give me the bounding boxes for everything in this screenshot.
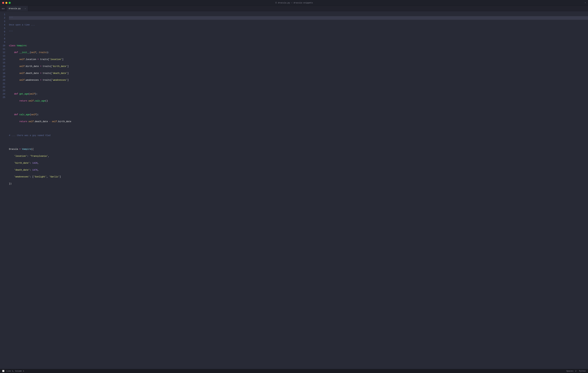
tab-label: dracula.py <box>9 7 21 10</box>
code-line-23: 'death_date': 1476, <box>9 168 588 172</box>
line-number-17: 17 <box>1 68 5 71</box>
tab-bar: ◀ ▶ dracula.py ✕ <box>0 6 588 11</box>
code-line-6: def __init__(self, traits): <box>9 51 588 54</box>
editor-area: 1 2 3 4 5 6 7 8 9 10 11 12 13 14 15 16 1… <box>0 11 588 369</box>
back-arrow-icon[interactable]: ◀ <box>1 7 3 10</box>
line-number-14: 14 <box>1 58 5 61</box>
line-number-16: 16 <box>1 65 5 68</box>
line-number-18: 18 <box>1 71 5 75</box>
code-line-21: 'location': 'Transylvania', <box>9 154 588 158</box>
code-line-25: }) <box>9 182 588 185</box>
line-number-13: 13 <box>1 54 5 58</box>
line-number-19: 19 <box>1 75 5 78</box>
traffic-lights <box>2 2 11 4</box>
title-text: dracula.py — dracula-snippets <box>278 2 313 4</box>
code-line-18: # ... there was a guy named Vlad <box>9 134 588 137</box>
forward-arrow-icon[interactable]: ▶ <box>3 7 5 10</box>
line-number-4: 4 <box>1 23 5 27</box>
nav-arrows: ◀ ▶ <box>0 6 7 11</box>
window-title: 🗒 dracula.py — dracula-snippets <box>275 2 313 4</box>
close-button[interactable] <box>2 2 4 4</box>
status-left: ⬜ Line 1, Column 1 <box>2 370 24 372</box>
code-line-22: 'birth_date': 1428, <box>9 161 588 165</box>
line-numbers: 1 2 3 4 5 6 7 8 9 10 11 12 13 14 15 16 1… <box>0 11 8 369</box>
line-number-23: 23 <box>1 89 5 92</box>
code-line-15: def calc_age(self): <box>9 113 588 116</box>
code-line-9: self.death_date = traits['death_date'] <box>9 71 588 75</box>
code-line-13: return self.calc_age() <box>9 99 588 103</box>
spaces-indicator: Spaces: 2 <box>566 370 577 372</box>
line-number-2: 2 <box>1 16 5 20</box>
line-number-25: 25 <box>1 96 5 99</box>
line-number-11: 11 <box>1 47 5 51</box>
chevron-down-icon[interactable]: ▾ <box>585 2 586 4</box>
title-bar: 🗒 dracula.py — dracula-snippets ▾ <box>0 0 588 6</box>
code-line-20: Dracula = Vampire({ <box>9 148 588 151</box>
status-right: Spaces: 2 Python <box>566 370 586 372</box>
code-line-5: class Vampire: <box>9 44 588 47</box>
line-number-12: 12 <box>1 51 5 54</box>
code-line-16: return self.death_date - self.birth_date <box>9 120 588 123</box>
file-icon: 🗒 <box>275 2 277 4</box>
line-number-8: 8 <box>1 37 5 40</box>
code-line-4 <box>9 37 588 40</box>
line-number-10: 10 <box>1 44 5 47</box>
minimize-button[interactable] <box>5 2 7 4</box>
code-line-12: def get_age(self): <box>9 92 588 96</box>
status-bar: ⬜ Line 1, Column 1 Spaces: 2 Python <box>0 369 588 373</box>
code-line-3: ''' <box>9 30 588 33</box>
line-number-24: 24 <box>1 92 5 96</box>
code-line-24: 'weaknesses': ['Sunlight', 'Garlic'] <box>9 175 588 179</box>
line-number-15: 15 <box>1 61 5 64</box>
code-line-2: Once upon a time ... <box>9 23 588 27</box>
language-indicator: Python <box>579 370 586 372</box>
line-number-1: 1 <box>1 13 5 16</box>
line-number-3: 3 <box>1 20 5 23</box>
cursor-position: Line 1, Column 1 <box>6 370 24 372</box>
code-line-1: ''' <box>9 16 588 20</box>
line-number-22: 22 <box>1 85 5 89</box>
code-line-11 <box>9 85 588 89</box>
maximize-button[interactable] <box>9 2 11 4</box>
code-line-8: self.birth_date = traits['birth_date'] <box>9 65 588 68</box>
code-line-17 <box>9 127 588 130</box>
line-number-21: 21 <box>1 82 5 85</box>
code-editor[interactable]: ''' Once upon a time ... ''' class Vampi… <box>8 11 588 369</box>
line-number-5: 5 <box>1 27 5 30</box>
line-number-9: 9 <box>1 40 5 44</box>
tab-close-button[interactable]: ✕ <box>25 8 26 10</box>
code-line-19 <box>9 141 588 144</box>
code-line-10: self.weaknesses = traits['weaknesses'] <box>9 78 588 82</box>
code-line-7: self.location = traits['location'] <box>9 58 588 61</box>
line-number-6: 6 <box>1 30 5 33</box>
tab-dracula-py[interactable]: dracula.py ✕ <box>7 6 28 11</box>
code-line-14 <box>9 106 588 110</box>
line-number-20: 20 <box>1 78 5 82</box>
line-number-7: 7 <box>1 33 5 37</box>
status-monitor-icon: ⬜ <box>2 370 4 372</box>
